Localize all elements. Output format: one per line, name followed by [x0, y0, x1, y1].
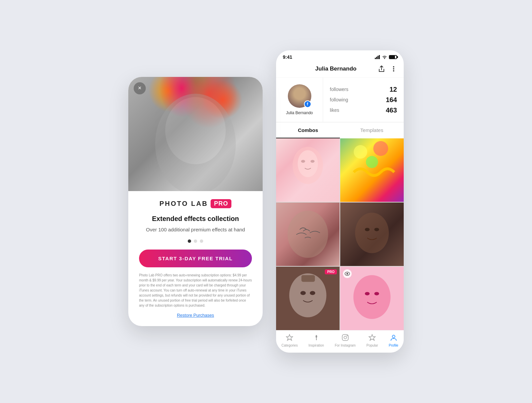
svg-point-34: [347, 335, 348, 336]
stat-row-likes: likes 463: [330, 106, 397, 114]
dot-1[interactable]: [188, 239, 191, 243]
svg-point-14: [354, 145, 367, 159]
dot-3[interactable]: [200, 239, 203, 243]
facebook-badge: f: [304, 100, 311, 108]
pro-badge-5: PRO: [325, 269, 337, 274]
svg-point-19: [365, 228, 369, 231]
eye-badge-6: [343, 269, 352, 278]
tab-templates[interactable]: Templates: [340, 123, 404, 138]
popular-icon: [368, 334, 376, 343]
left-phone: × PHOTO LAB PRO Extended effects collect…: [128, 77, 263, 326]
svg-rect-2: [375, 58, 376, 59]
following-value: 164: [386, 96, 397, 104]
small-print-text: Photo Lab PRO offers two auto-renewing s…: [139, 273, 252, 308]
dot-2[interactable]: [194, 239, 197, 243]
instagram-icon: [342, 334, 349, 343]
grid-item-1[interactable]: [276, 138, 340, 202]
nav-item-inspiration[interactable]: Inspiration: [308, 334, 324, 347]
profile-name-title: Julia Bernando: [315, 65, 357, 72]
avatar-wrapper: f: [288, 84, 311, 108]
followers-value: 12: [390, 86, 397, 93]
nav-item-popular[interactable]: Popular: [366, 334, 378, 347]
followers-label: followers: [330, 87, 348, 92]
more-icon[interactable]: [390, 65, 397, 72]
trial-button[interactable]: START 3-DAY FREE TRIAL: [139, 250, 252, 267]
grid-image-1: [276, 138, 340, 202]
nav-item-instagram[interactable]: For Instagram: [335, 334, 356, 347]
avatar-name: Julia Bernando: [286, 110, 313, 115]
svg-point-8: [393, 68, 394, 70]
face-svg: [128, 77, 263, 191]
nav-item-profile[interactable]: Profile: [389, 334, 398, 347]
right-phone: 9:41 Julia Bernando: [276, 50, 404, 353]
instagram-label: For Instagram: [335, 344, 356, 347]
signal-icon: [375, 55, 380, 59]
battery-icon: [389, 55, 397, 59]
effects-title: Extended effects collection: [139, 215, 252, 223]
inspiration-label: Inspiration: [308, 344, 324, 347]
profile-stats: followers 12 following 164 likes 463: [323, 78, 404, 122]
brand-photo-lab-text: PHOTO LAB: [160, 200, 208, 208]
popular-label: Popular: [366, 344, 378, 347]
profile-label: Profile: [389, 344, 398, 347]
svg-point-13: [311, 160, 315, 163]
effects-subtitle: Over 100 additional premium effects at h…: [139, 226, 252, 234]
grid-image-5: [276, 267, 340, 330]
likes-value: 463: [386, 106, 397, 114]
profile-info-card: f Julia Bernando followers 12 following …: [276, 78, 404, 122]
svg-point-29: [374, 292, 379, 295]
grid-item-2[interactable]: [340, 138, 404, 202]
status-bar: 9:41: [276, 50, 404, 62]
status-time: 9:41: [283, 54, 292, 60]
svg-point-31: [347, 273, 348, 275]
wifi-icon: [382, 55, 387, 59]
left-content: PHOTO LAB PRO Extended effects collectio…: [128, 191, 263, 326]
status-icons: [375, 55, 397, 59]
profile-header: Julia Bernando: [276, 62, 404, 77]
pagination-dots: [139, 239, 252, 243]
svg-rect-4: [378, 56, 379, 59]
svg-rect-3: [376, 57, 377, 59]
inspiration-icon: [313, 334, 320, 343]
photo-grid: PRO: [276, 138, 404, 330]
share-icon[interactable]: [378, 65, 385, 73]
svg-point-33: [344, 336, 347, 339]
grid-item-5[interactable]: PRO: [276, 267, 340, 330]
svg-point-18: [355, 213, 389, 253]
svg-point-28: [365, 292, 369, 295]
tabs-bar: Combos Templates: [276, 123, 404, 138]
categories-label: Categories: [281, 344, 298, 347]
svg-point-16: [366, 156, 378, 168]
brand-title: PHOTO LAB PRO: [139, 199, 252, 208]
svg-point-15: [373, 141, 388, 156]
likes-label: likes: [330, 107, 339, 113]
header-actions: [378, 65, 397, 73]
bottom-nav: Categories Inspiration For Instagram: [276, 330, 404, 353]
grid-image-3: [276, 203, 340, 266]
svg-point-25: [310, 291, 315, 295]
eye-icon: [345, 272, 350, 276]
svg-point-7: [393, 66, 394, 68]
profile-avatar-section: f Julia Bernando: [276, 78, 323, 122]
restore-purchases-link[interactable]: Restore Purchases: [177, 313, 214, 318]
hero-image: ×: [128, 77, 263, 191]
svg-point-1: [165, 97, 226, 164]
grid-item-4[interactable]: [340, 203, 404, 266]
close-button[interactable]: ×: [134, 82, 146, 94]
svg-point-35: [392, 335, 395, 338]
grid-item-3[interactable]: [276, 203, 340, 266]
nav-item-categories[interactable]: Categories: [281, 334, 298, 347]
svg-point-9: [393, 70, 394, 72]
grid-image-2: [340, 138, 404, 202]
svg-point-17: [287, 211, 328, 258]
grid-image-4: [340, 203, 404, 266]
svg-rect-5: [379, 55, 380, 59]
tab-combos[interactable]: Combos: [276, 123, 340, 138]
profile-nav-icon: [390, 334, 397, 343]
svg-point-20: [374, 228, 379, 231]
categories-icon: [286, 334, 293, 343]
grid-item-6[interactable]: [340, 267, 404, 330]
stat-row-following: following 164: [330, 96, 397, 104]
svg-point-24: [300, 291, 306, 295]
close-icon: ×: [138, 85, 142, 92]
